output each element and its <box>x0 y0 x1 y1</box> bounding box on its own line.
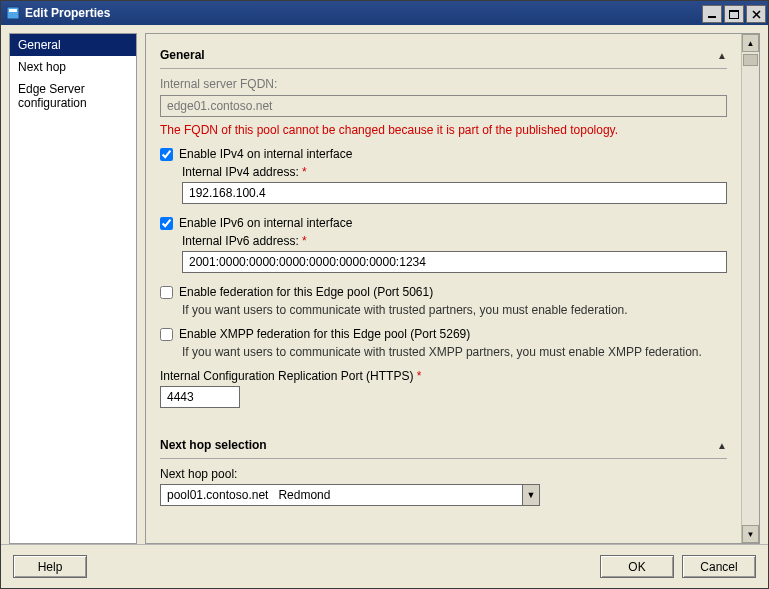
federation-hint: If you want users to communicate with tr… <box>182 303 727 317</box>
svg-rect-1 <box>9 9 17 12</box>
scroll-region: General ▲ Internal server FQDN: edge01.c… <box>146 34 741 543</box>
titlebar: Edit Properties <box>1 1 768 25</box>
section-title: General <box>160 48 717 62</box>
next-hop-pool-label: Next hop pool: <box>160 467 727 481</box>
nav-item-label: General <box>18 38 61 52</box>
enable-federation-label: Enable federation for this Edge pool (Po… <box>179 285 433 299</box>
enable-ipv4-label: Enable IPv4 on internal interface <box>179 147 352 161</box>
ipv6-address-input[interactable] <box>182 251 727 273</box>
ipv4-address-label: Internal IPv4 address: <box>182 165 299 179</box>
enable-xmpp-label: Enable XMPP federation for this Edge poo… <box>179 327 470 341</box>
window-title: Edit Properties <box>25 6 110 20</box>
nav-item-label: Edge Server configuration <box>18 82 87 110</box>
collapse-icon: ▲ <box>717 440 727 451</box>
help-button[interactable]: Help <box>13 555 87 578</box>
chevron-down-icon[interactable]: ▼ <box>522 484 540 506</box>
enable-ipv4-checkbox[interactable] <box>160 148 173 161</box>
maximize-button[interactable] <box>724 5 744 23</box>
vertical-scrollbar[interactable]: ▲ ▼ <box>741 34 759 543</box>
content-area: General ▲ Internal server FQDN: edge01.c… <box>145 33 760 544</box>
dialog-window: Edit Properties General Next hop Edge Se… <box>0 0 769 589</box>
replication-port-input[interactable] <box>160 386 240 408</box>
nav-panel: General Next hop Edge Server configurati… <box>9 33 137 544</box>
ok-button[interactable]: OK <box>600 555 674 578</box>
svg-rect-0 <box>7 7 19 19</box>
ipv4-address-input[interactable] <box>182 182 727 204</box>
svg-line-4 <box>753 11 760 18</box>
enable-ipv6-label: Enable IPv6 on internal interface <box>179 216 352 230</box>
nav-item-edge-server-config[interactable]: Edge Server configuration <box>10 78 136 114</box>
svg-rect-3 <box>729 10 739 12</box>
scroll-down-button[interactable]: ▼ <box>742 525 759 543</box>
collapse-icon: ▲ <box>717 50 727 61</box>
nav-item-next-hop[interactable]: Next hop <box>10 56 136 78</box>
section-title: Next hop selection <box>160 438 717 452</box>
app-icon <box>5 5 21 21</box>
section-header-general[interactable]: General ▲ <box>160 44 727 69</box>
xmpp-hint: If you want users to communicate with tr… <box>182 345 727 359</box>
scroll-up-button[interactable]: ▲ <box>742 34 759 52</box>
nav-item-general[interactable]: General <box>10 34 136 56</box>
replication-port-label: Internal Configuration Replication Port … <box>160 369 413 383</box>
minimize-button[interactable] <box>702 5 722 23</box>
fqdn-label: Internal server FQDN: <box>160 77 727 91</box>
next-hop-pool-value[interactable] <box>160 484 522 506</box>
svg-rect-2 <box>730 10 739 18</box>
enable-xmpp-checkbox[interactable] <box>160 328 173 341</box>
dialog-body: General Next hop Edge Server configurati… <box>1 25 768 544</box>
dialog-footer: Help OK Cancel <box>1 544 768 588</box>
required-marker: * <box>302 234 307 248</box>
close-button[interactable] <box>746 5 766 23</box>
window-controls <box>702 3 768 23</box>
ipv6-address-label: Internal IPv6 address: <box>182 234 299 248</box>
enable-federation-checkbox[interactable] <box>160 286 173 299</box>
next-hop-pool-combo[interactable]: ▼ <box>160 484 540 506</box>
required-marker: * <box>417 369 422 383</box>
fqdn-warning: The FQDN of this pool cannot be changed … <box>160 123 727 137</box>
section-header-next-hop[interactable]: Next hop selection ▲ <box>160 434 727 459</box>
required-marker: * <box>302 165 307 179</box>
fqdn-field: edge01.contoso.net <box>160 95 727 117</box>
svg-line-5 <box>753 11 760 18</box>
nav-item-label: Next hop <box>18 60 66 74</box>
scroll-thumb[interactable] <box>743 54 758 66</box>
enable-ipv6-checkbox[interactable] <box>160 217 173 230</box>
cancel-button[interactable]: Cancel <box>682 555 756 578</box>
